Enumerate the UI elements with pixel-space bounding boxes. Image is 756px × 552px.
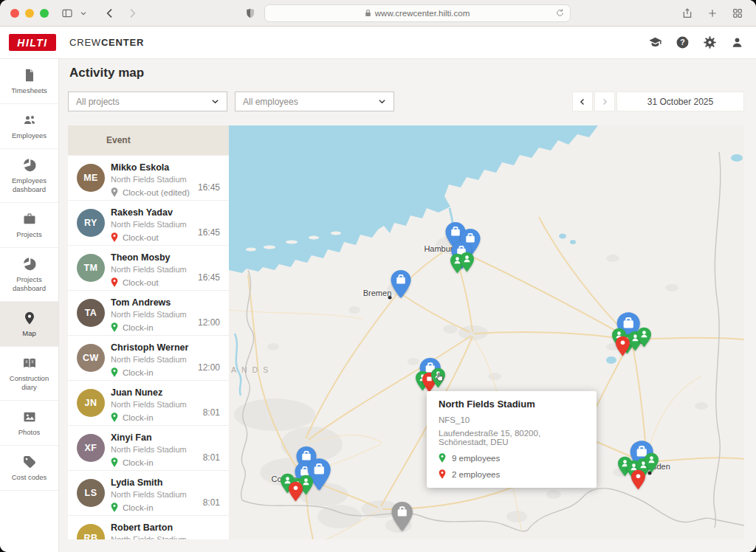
- sidebar-nav: Timesheets Employees Employees dashboard…: [0, 59, 59, 552]
- status-pin-icon: [111, 503, 118, 512]
- zoom-window-button[interactable]: [40, 9, 49, 18]
- event-row[interactable]: TM Theon Mosby North Fields Stadium Cloc…: [68, 245, 229, 290]
- project-filter-select[interactable]: All projects: [68, 92, 227, 111]
- employee-pin-red[interactable]: [630, 469, 646, 490]
- date-navigation: 31 October 2025: [571, 92, 744, 111]
- event-row[interactable]: RY Rakesh Yadav North Fields Stadium Clo…: [68, 200, 229, 245]
- reload-icon[interactable]: [555, 8, 565, 19]
- event-row[interactable]: RB Robert Barton North Fields Stadium: [68, 515, 229, 539]
- clock-in-pin-icon: [439, 453, 446, 463]
- account-icon[interactable]: [729, 35, 744, 50]
- sidebar-item-projects[interactable]: Projects: [0, 203, 58, 248]
- project-pin-blue[interactable]: [390, 269, 412, 299]
- event-time: 8:01: [203, 497, 220, 508]
- event-row[interactable]: CW Christoph Werner North Fields Stadium…: [68, 335, 229, 380]
- close-window-button[interactable]: [10, 9, 19, 18]
- date-display[interactable]: 31 October 2025: [616, 92, 744, 111]
- sidebar-item-timesheets[interactable]: Timesheets: [0, 59, 58, 104]
- sidebar-item-label: Projects: [16, 230, 41, 239]
- browser-window: www.crewcenter.hilti.com HILTI CREWCENTE…: [0, 0, 756, 552]
- sidebar-item-label: Construction diary: [2, 374, 56, 392]
- page-title: Activity map: [69, 65, 744, 81]
- event-row[interactable]: XF Xinyi Fan North Fields Stadium Clock-…: [68, 425, 229, 470]
- avatar: XF: [77, 434, 105, 462]
- employee-pin-red[interactable]: [288, 481, 303, 502]
- chevron-down-icon: [211, 97, 219, 106]
- event-row[interactable]: TA Tom Andrews North Fields Stadium Cloc…: [68, 290, 229, 335]
- employee-pin-green[interactable]: [459, 252, 475, 272]
- next-day-button[interactable]: [594, 92, 615, 111]
- popup-clockout-row: 2 employees: [439, 469, 585, 479]
- privacy-shield-icon[interactable]: [242, 5, 258, 21]
- project-pin-gray[interactable]: [391, 501, 414, 532]
- avatar: RB: [77, 524, 105, 539]
- event-employee-name: Lydia Smith: [111, 477, 220, 488]
- clock-out-pin-icon: [439, 469, 446, 479]
- employee-pin-green[interactable]: [644, 452, 659, 473]
- mouse-cursor-pointer: [434, 371, 447, 384]
- address-bar-area: www.crewcenter.hilti.com: [140, 4, 672, 22]
- sidebar-item-projects-dashboard[interactable]: Projects dashboard: [0, 248, 58, 302]
- event-time: 16:45: [198, 272, 220, 283]
- sidebar-item-employees-dashboard[interactable]: Employees dashboard: [0, 149, 58, 203]
- hilti-logo[interactable]: HILTI: [9, 34, 56, 51]
- event-row[interactable]: ME Mikko Eskola North Fields Stadium Clo…: [68, 155, 229, 200]
- book-icon: [22, 356, 37, 370]
- browser-toolbar: www.crewcenter.hilti.com: [0, 0, 756, 27]
- event-row[interactable]: LS Lydia Smith North Fields Stadium Cloc…: [68, 470, 229, 515]
- event-time: 8:01: [203, 407, 220, 418]
- sidebar-item-construction-diary[interactable]: Construction diary: [0, 347, 58, 401]
- event-employee-name: Robert Barton: [111, 522, 220, 533]
- avatar: LS: [77, 479, 105, 507]
- sidebar-item-label: Cost codes: [12, 473, 47, 482]
- previous-day-button[interactable]: [572, 92, 593, 111]
- sidebar-item-map[interactable]: Map: [0, 302, 58, 347]
- status-pin-icon: [111, 322, 118, 332]
- pin-icon: [22, 311, 37, 325]
- sidebar-item-label: Projects dashboard: [2, 275, 56, 293]
- back-button[interactable]: [102, 5, 118, 21]
- filter-bar: All projects All employees 31 October 20…: [68, 92, 744, 111]
- employee-pin-green[interactable]: [636, 327, 652, 348]
- photo-icon: [22, 410, 37, 424]
- employee-pin-red[interactable]: [615, 336, 630, 356]
- employee-filter-select[interactable]: All employees: [235, 92, 394, 111]
- avatar: TA: [77, 299, 105, 327]
- sidebar-item-label: Photos: [18, 428, 41, 437]
- chevron-down-icon: [378, 97, 386, 106]
- status-pin-icon: [111, 232, 118, 242]
- sidebar-toggle-icon[interactable]: [59, 5, 75, 21]
- event-row[interactable]: JN Juan Nunez North Fields Stadium Clock…: [68, 380, 229, 425]
- settings-gear-icon[interactable]: [702, 35, 717, 50]
- window-controls[interactable]: [10, 9, 49, 18]
- event-employee-name: Xinyi Fan: [111, 432, 220, 443]
- map-popup: North Fields Stadium NFS_10 Laufendestra…: [427, 391, 597, 488]
- sidebar-item-cost-codes[interactable]: Cost codes: [0, 446, 58, 491]
- map-label-netherlands: NETHERLANDS: [229, 365, 273, 374]
- event-employee-name: Rakesh Yadav: [111, 207, 220, 218]
- avatar: JN: [77, 389, 105, 417]
- share-icon[interactable]: [679, 5, 695, 21]
- sidebar-item-photos[interactable]: Photos: [0, 401, 58, 446]
- help-icon[interactable]: ?: [675, 35, 690, 50]
- event-time: 16:45: [198, 227, 220, 238]
- chevron-down-icon[interactable]: [75, 5, 92, 21]
- avatar: ME: [77, 164, 105, 192]
- event-employee-name: Christoph Werner: [111, 342, 220, 353]
- lock-icon: [365, 9, 371, 17]
- document-icon: [22, 68, 37, 83]
- new-tab-icon[interactable]: [704, 5, 721, 21]
- forward-button[interactable]: [124, 5, 140, 21]
- event-list-panel: Event ME Mikko Eskola North Fields Stadi…: [68, 125, 229, 539]
- tab-overview-icon[interactable]: [729, 5, 746, 21]
- status-pin-icon: [111, 458, 118, 467]
- popup-project-code: NFS_10: [439, 415, 585, 424]
- activity-map[interactable]: HamburgBremenBerlinCologneDresdenGERMANY…: [229, 125, 744, 539]
- sidebar-item-label: Employees: [12, 131, 47, 140]
- learning-icon[interactable]: [647, 35, 662, 50]
- sidebar-item-employees[interactable]: Employees: [0, 104, 58, 149]
- people-icon: [22, 113, 37, 128]
- address-bar[interactable]: www.crewcenter.hilti.com: [264, 4, 571, 22]
- app-header: HILTI CREWCENTER ?: [0, 27, 756, 59]
- minimize-window-button[interactable]: [25, 9, 34, 18]
